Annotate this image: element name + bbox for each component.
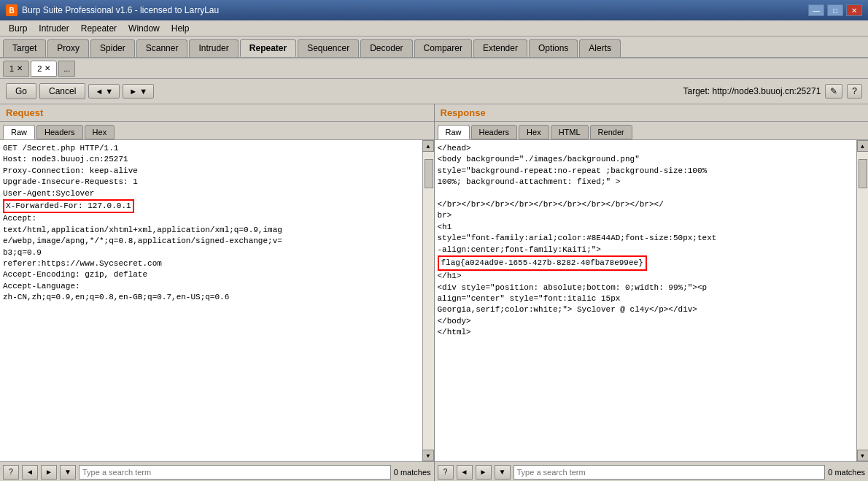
edit-target-button[interactable]: ✎ (825, 84, 842, 99)
tab-extender[interactable]: Extender (473, 39, 527, 57)
highlighted-header: X-Forwarded-For: 127.0.0.1 (3, 199, 134, 213)
response-tab-render[interactable]: Render (590, 125, 632, 139)
request-scrollbar[interactable]: ▲ ▼ (422, 140, 434, 461)
request-tab-headers[interactable]: Headers (36, 125, 83, 139)
repeater-tab-2-label: 2 (37, 64, 42, 73)
response-scroll-down-btn[interactable]: ▼ (857, 450, 869, 461)
title-bar-controls: — □ ✕ (808, 4, 862, 16)
request-panel-tabs: Raw Headers Hex (0, 122, 434, 140)
repeater-tab-1-label: 1 (9, 64, 14, 73)
tab-sequencer[interactable]: Sequencer (298, 39, 359, 57)
scroll-thumb[interactable] (425, 159, 433, 188)
content-wrapper: Request Raw Headers Hex GET /Secret.php … (0, 104, 868, 481)
response-search-bar: ? ◄ ► ▼ 0 matches (435, 461, 869, 481)
toolbar: Go Cancel ◄ ▼ ► ▼ Target: http://node3.b… (0, 79, 868, 104)
next-button[interactable]: ► ▼ (123, 84, 154, 99)
request-search-prev[interactable]: ◄ (22, 465, 38, 480)
tab-scanner[interactable]: Scanner (136, 39, 188, 57)
main-tab-bar: Target Proxy Spider Scanner Intruder Rep… (0, 36, 868, 58)
tab-alerts[interactable]: Alerts (579, 39, 621, 57)
response-scroll-thumb[interactable] (859, 159, 867, 188)
request-panel-header: Request (0, 104, 434, 122)
repeater-tab-1-close[interactable]: ✕ (17, 64, 23, 72)
response-search-help[interactable]: ? (438, 465, 454, 480)
repeater-tab-bar: 1 ✕ 2 ✕ ... (0, 58, 868, 79)
response-tab-hex[interactable]: Hex (519, 125, 549, 139)
response-scroll-up-btn[interactable]: ▲ (857, 140, 869, 152)
request-search-count: 0 matches (394, 468, 431, 477)
toolbar-left: Go Cancel ◄ ▼ ► ▼ (6, 83, 154, 99)
response-tab-html[interactable]: HTML (551, 125, 589, 139)
response-panel: Response Raw Headers Hex HTML Render </h… (435, 104, 869, 481)
request-search-next[interactable]: ► (41, 465, 57, 480)
tab-target[interactable]: Target (3, 39, 46, 57)
target-label: Target: http://node3.buuoj.cn:25271 (683, 86, 821, 96)
request-search-bar: ? ◄ ► ▼ 0 matches (0, 461, 434, 481)
response-content: </head> <body background="./images/backg… (435, 140, 869, 461)
request-search-help[interactable]: ? (3, 465, 19, 480)
response-scroll-track (857, 152, 868, 450)
tab-comparer[interactable]: Comparer (414, 39, 472, 57)
tab-spider[interactable]: Spider (90, 39, 135, 57)
title-bar: B Burp Suite Professional v1.6 - license… (0, 0, 868, 20)
app-icon: B (6, 4, 18, 16)
title-bar-text: Burp Suite Professional v1.6 - licensed … (22, 5, 219, 15)
request-search-input[interactable] (79, 465, 391, 480)
request-content: GET /Secret.php HTTP/1.1 Host: node3.buu… (0, 140, 434, 461)
menu-window[interactable]: Window (123, 22, 166, 35)
scroll-track (423, 152, 434, 450)
request-tab-raw[interactable]: Raw (3, 125, 35, 139)
response-search-options[interactable]: ▼ (495, 465, 511, 480)
go-button[interactable]: Go (6, 83, 36, 99)
minimize-button[interactable]: — (808, 4, 824, 16)
request-search-options[interactable]: ▼ (60, 465, 76, 480)
flag-highlight: flag{a024ad9e-1655-427b-8282-40fba78e99e… (438, 255, 647, 271)
repeater-tab-2[interactable]: 2 ✕ (31, 61, 57, 77)
menu-intruder[interactable]: Intruder (33, 22, 74, 35)
menu-bar: Burp Intruder Repeater Window Help (0, 20, 868, 36)
repeater-tab-1[interactable]: 1 ✕ (3, 61, 29, 77)
cancel-button[interactable]: Cancel (39, 83, 85, 99)
tab-proxy[interactable]: Proxy (47, 39, 89, 57)
prev-button[interactable]: ◄ ▼ (88, 84, 120, 99)
scroll-up-btn[interactable]: ▲ (422, 140, 434, 152)
repeater-tab-more[interactable]: ... (58, 61, 75, 77)
response-panel-tabs: Raw Headers Hex HTML Render (435, 122, 869, 140)
response-search-next[interactable]: ► (476, 465, 492, 480)
response-tab-headers[interactable]: Headers (471, 125, 518, 139)
tab-decoder[interactable]: Decoder (360, 39, 412, 57)
tab-intruder[interactable]: Intruder (189, 39, 238, 57)
panels-row: Request Raw Headers Hex GET /Secret.php … (0, 104, 868, 481)
scroll-down-btn[interactable]: ▼ (422, 450, 434, 461)
response-tab-raw[interactable]: Raw (438, 125, 470, 139)
title-bar-left: B Burp Suite Professional v1.6 - license… (6, 4, 219, 16)
response-search-input[interactable] (514, 465, 826, 480)
request-tab-hex[interactable]: Hex (85, 125, 115, 139)
response-panel-header: Response (435, 104, 869, 122)
response-search-count: 0 matches (828, 468, 865, 477)
response-scrollbar[interactable]: ▲ ▼ (856, 140, 868, 461)
tab-options[interactable]: Options (529, 39, 578, 57)
repeater-tab-2-close[interactable]: ✕ (44, 64, 50, 72)
tab-repeater[interactable]: Repeater (240, 39, 296, 57)
menu-burp[interactable]: Burp (3, 22, 33, 35)
maximize-button[interactable]: □ (827, 4, 843, 16)
response-code-area[interactable]: </head> <body background="./images/backg… (435, 140, 857, 461)
menu-repeater[interactable]: Repeater (75, 22, 123, 35)
help-button[interactable]: ? (847, 84, 862, 99)
response-search-prev[interactable]: ◄ (457, 465, 473, 480)
request-panel: Request Raw Headers Hex GET /Secret.php … (0, 104, 435, 481)
request-code-area[interactable]: GET /Secret.php HTTP/1.1 Host: node3.buu… (0, 140, 422, 461)
target-info: Target: http://node3.buuoj.cn:25271 ✎ ? (683, 84, 863, 99)
menu-help[interactable]: Help (166, 22, 195, 35)
close-button[interactable]: ✕ (846, 4, 862, 16)
